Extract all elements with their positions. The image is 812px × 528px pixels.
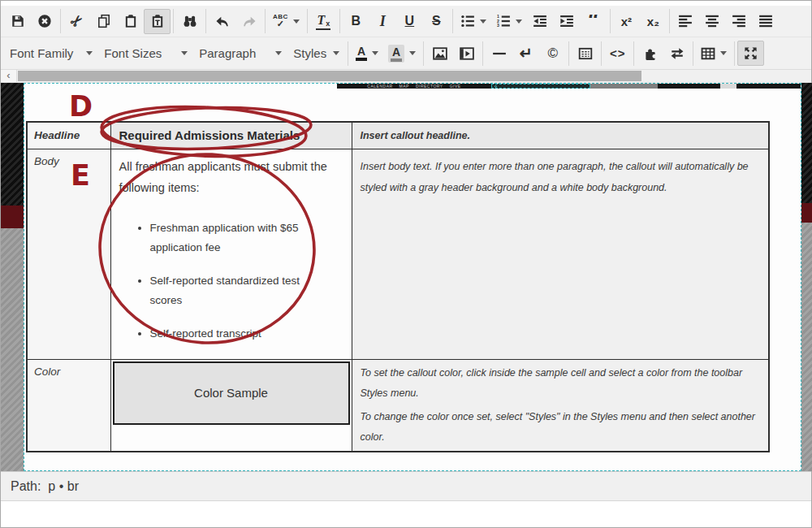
body-value-cell[interactable]: All freshman applicants must submit the …: [110, 149, 352, 359]
editor-toolbar: ✂ ABC: [1, 1, 811, 70]
nav-item-calendar[interactable]: CALENDAR: [367, 84, 392, 89]
toolbar-separator: [482, 41, 483, 66]
superscript-button[interactable]: x²: [613, 9, 640, 34]
horizontal-rule-button[interactable]: [486, 41, 512, 66]
list-item: Self-reported transcript: [150, 324, 319, 344]
copyright-icon: ©: [547, 46, 558, 60]
table-button[interactable]: [696, 41, 732, 66]
indent-icon: [559, 14, 574, 28]
toolbar-separator: [568, 41, 569, 66]
styles-dropdown[interactable]: Styles: [287, 41, 345, 66]
body-help-cell[interactable]: Insert body text. If you enter more than…: [352, 149, 769, 359]
scrollbar-thumb[interactable]: [18, 71, 641, 81]
align-left-button[interactable]: [672, 9, 699, 34]
binoculars-icon: [183, 14, 197, 28]
image-icon: [433, 46, 447, 61]
headline-value-cell[interactable]: Required Admissions Materials: [110, 122, 352, 149]
headline-help-cell[interactable]: Insert callout headline.: [352, 122, 769, 149]
copyright-button[interactable]: ©: [539, 41, 566, 66]
align-justify-button[interactable]: [753, 9, 780, 34]
path-value[interactable]: p • br: [48, 479, 79, 494]
plugin-button[interactable]: [637, 41, 663, 66]
line-break-button[interactable]: ↵: [512, 41, 539, 66]
path-label: Path:: [11, 479, 41, 494]
headline-row-label[interactable]: Headline: [27, 122, 110, 149]
bold-button[interactable]: B: [343, 9, 369, 34]
background-color-button[interactable]: A: [383, 41, 421, 66]
copy-icon: [97, 14, 111, 28]
nav-item-map[interactable]: MAP: [400, 84, 409, 89]
color-help-paragraph-1: To set the callout color, click inside t…: [361, 363, 759, 404]
outdent-button[interactable]: [527, 9, 554, 34]
toolbar-row-1: ✂ ABC: [1, 6, 811, 37]
align-right-button[interactable]: [726, 9, 753, 34]
cut-button[interactable]: ✂: [63, 9, 90, 34]
save-button[interactable]: [4, 9, 31, 34]
align-center-button[interactable]: [699, 9, 726, 34]
page-bg-gray-segment: [801, 223, 812, 471]
document-page[interactable]: CALENDAR MAP DIRECTORY GIVE Headline Req…: [24, 83, 801, 471]
bullet-list-button[interactable]: [456, 9, 491, 34]
blockquote-button[interactable]: “: [581, 9, 607, 34]
line-break-icon: ↵: [520, 45, 533, 61]
toolbar-separator: [173, 9, 174, 33]
remove-format-button[interactable]: T x: [310, 9, 337, 34]
subscript-icon: x₂: [647, 15, 659, 28]
chevron-down-icon: [86, 51, 93, 55]
remove-format-icon: T x: [316, 13, 330, 30]
source-code-button[interactable]: <>: [604, 41, 631, 66]
site-header-strip: CALENDAR MAP DIRECTORY GIVE: [24, 84, 801, 89]
color-help-paragraph-2: To change the color once set, select "St…: [361, 407, 759, 448]
background-color-icon: A: [388, 45, 404, 63]
toolbar-separator: [307, 9, 308, 33]
horizontal-rule-icon: [492, 46, 507, 61]
color-help-cell[interactable]: To set the callout color, click inside t…: [352, 359, 769, 452]
nav-item-give[interactable]: GIVE: [450, 84, 461, 89]
horizontal-scrollbar[interactable]: ‹: [1, 70, 811, 83]
paste-button[interactable]: [117, 9, 144, 34]
insert-template-button[interactable]: [572, 41, 598, 66]
insert-media-button[interactable]: [453, 41, 480, 66]
fullscreen-button[interactable]: [737, 41, 764, 66]
media-icon: [460, 46, 474, 61]
indent-button[interactable]: [554, 9, 581, 34]
paragraph-dropdown[interactable]: Paragraph: [193, 41, 287, 66]
undo-button[interactable]: [209, 9, 235, 34]
strikethrough-icon: S: [432, 15, 441, 28]
chevron-down-icon: [516, 19, 522, 24]
italic-button[interactable]: I: [369, 9, 396, 34]
color-row-label[interactable]: Color: [27, 359, 110, 452]
copy-button[interactable]: [90, 9, 117, 34]
scroll-left-arrow[interactable]: ‹: [1, 70, 17, 82]
cancel-button[interactable]: [31, 9, 58, 34]
insert-image-button[interactable]: [426, 41, 453, 66]
paste-text-icon: [150, 14, 165, 28]
redo-button[interactable]: [235, 9, 262, 34]
spellcheck-button[interactable]: ABC ✓: [268, 9, 304, 34]
color-sample-cell[interactable]: Color Sample: [113, 361, 350, 425]
underline-button[interactable]: U: [396, 9, 423, 34]
toolbar-separator: [633, 41, 634, 66]
text-color-button[interactable]: A: [351, 41, 383, 66]
site-search-box[interactable]: [491, 84, 590, 89]
repeat-button[interactable]: [663, 41, 690, 66]
callout-template-table[interactable]: Headline Required Admissions Materials I…: [26, 121, 770, 452]
body-row-label[interactable]: Body: [27, 149, 110, 359]
chevron-down-icon: [372, 51, 378, 55]
find-replace-button[interactable]: [176, 9, 203, 34]
subscript-button[interactable]: x₂: [640, 9, 667, 34]
paste-as-text-button[interactable]: [144, 9, 171, 34]
editor-canvas[interactable]: CALENDAR MAP DIRECTORY GIVE Headline Req…: [1, 83, 812, 471]
underline-icon: U: [405, 15, 415, 28]
numbered-list-button[interactable]: 123: [491, 9, 527, 34]
bullet-list-icon: [460, 14, 475, 28]
font-sizes-dropdown[interactable]: Font Sizes: [98, 41, 193, 66]
search-icon: [495, 85, 497, 88]
toolbar-separator: [423, 41, 424, 66]
font-family-dropdown[interactable]: Font Family: [4, 41, 98, 66]
cancel-icon: [37, 14, 52, 28]
nav-item-directory[interactable]: DIRECTORY: [416, 84, 443, 89]
color-value-cell[interactable]: Color Sample: [110, 359, 352, 452]
strikethrough-button[interactable]: S: [423, 9, 450, 34]
align-justify-icon: [758, 14, 773, 28]
